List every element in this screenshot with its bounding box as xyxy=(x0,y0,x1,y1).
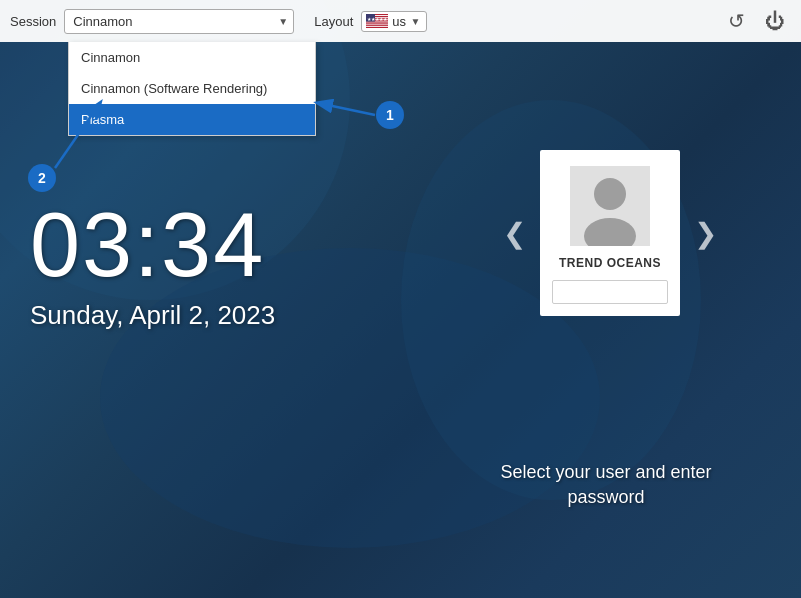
prev-user-button[interactable]: ❮ xyxy=(499,207,530,260)
svg-rect-9 xyxy=(366,24,388,25)
clock-time: 03:34 xyxy=(30,200,275,290)
session-option-cinnamon-software[interactable]: Cinnamon (Software Rendering) xyxy=(69,73,315,104)
user-card: TREND OCEANS xyxy=(540,150,680,316)
session-option-plasma[interactable]: Plasma xyxy=(69,104,315,135)
instruction-text: Select your user and enter password xyxy=(471,460,741,510)
session-dropdown-wrapper: Cinnamon Cinnamon (Software Rendering) P… xyxy=(64,9,294,34)
svg-rect-12 xyxy=(366,27,388,28)
user-name: TREND OCEANS xyxy=(559,256,661,270)
next-user-button[interactable]: ❯ xyxy=(690,207,721,260)
layout-select[interactable]: us xyxy=(392,14,422,29)
password-input[interactable] xyxy=(552,280,668,304)
svg-rect-11 xyxy=(366,26,388,27)
svg-point-24 xyxy=(594,178,626,210)
session-label: Session xyxy=(10,14,56,29)
time-section: 03:34 Sunday, April 2, 2023 xyxy=(30,200,275,331)
user-avatar-icon xyxy=(570,166,650,246)
session-select[interactable]: Cinnamon Cinnamon (Software Rendering) P… xyxy=(64,9,294,34)
session-option-cinnamon[interactable]: Cinnamon xyxy=(69,42,315,73)
svg-rect-10 xyxy=(366,25,388,26)
layout-label: Layout xyxy=(314,14,353,29)
topbar: Session Cinnamon Cinnamon (Software Rend… xyxy=(0,0,801,42)
power-button[interactable]: ⏻ xyxy=(759,8,791,35)
restart-button[interactable]: ↺ xyxy=(722,7,751,35)
session-dropdown-menu: Cinnamon Cinnamon (Software Rendering) P… xyxy=(68,42,316,136)
svg-text:★★★★★★: ★★★★★★ xyxy=(367,16,389,22)
layout-select-wrapper: ★★★★★★ us ▼ xyxy=(361,11,427,32)
us-flag-icon: ★★★★★★ xyxy=(366,14,388,28)
user-section: ❮ TREND OCEANS ❯ xyxy=(499,150,721,316)
svg-rect-8 xyxy=(366,23,388,24)
clock-date: Sunday, April 2, 2023 xyxy=(30,300,275,331)
